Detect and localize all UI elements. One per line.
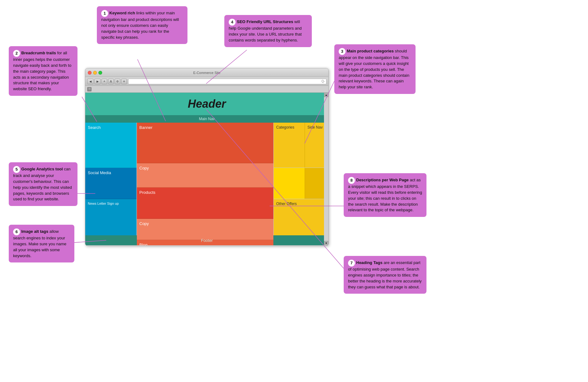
site-copy1[interactable]: Copy <box>137 163 273 188</box>
close-dot[interactable] <box>88 71 92 75</box>
site-copy1-text: Copy <box>139 166 149 170</box>
callout-5-bold: Google Analytics tool <box>21 167 63 171</box>
site-products-text: Products <box>139 190 155 195</box>
callout-2: 2Breadcrumb trails for all inner pages h… <box>9 46 77 96</box>
site-copy2[interactable]: Copy <box>137 219 273 240</box>
back-button[interactable]: ◀ <box>87 79 93 84</box>
site-banner-text: Banner <box>139 125 152 130</box>
site-other-offers-text: Other Offers <box>276 202 297 206</box>
browser-dots <box>88 71 102 75</box>
nav-buttons: ◀ ▶ A A ⚙ + <box>87 79 127 84</box>
site-right-top: Categories Side Nav <box>274 123 328 168</box>
site-search-text: Search <box>88 125 101 130</box>
site-footer-text: Footer <box>201 238 213 243</box>
maximize-dot[interactable] <box>98 71 102 75</box>
site-categories-text: Categories <box>276 125 294 130</box>
callout-4-bold: SEO Friendly URL Structures <box>237 19 293 24</box>
text-small-button[interactable]: A <box>102 79 107 84</box>
callout-8: 8Descriptions per Web Page act as a snip… <box>344 173 426 217</box>
callout-1-bold: Keyword rich <box>109 11 135 15</box>
scroll-up-button[interactable]: ▲ <box>324 93 328 97</box>
bookmark-bar: ☷ <box>85 86 328 93</box>
callout-3-text: should appear on the side navigation bar… <box>339 49 409 89</box>
site-body: Search Social Media News Letter Sign up … <box>85 123 328 235</box>
site-mainnav-text: Main Nav <box>199 117 215 121</box>
callout-2-text: for all inner pages helps the customer n… <box>13 51 71 91</box>
callout-6-bold: Image alt tags <box>21 229 48 234</box>
callout-3: 3Main product categories should appear o… <box>334 44 416 94</box>
browser-toolbar: ◀ ▶ A A ⚙ + Q- <box>85 77 328 86</box>
callout-3-number: 3 <box>339 48 346 55</box>
website-content: Header Main Nav Search Social Media News… <box>85 93 328 245</box>
callout-5: 5Google Analytics tool can track and ana… <box>9 162 77 206</box>
callout-7: 7Heading Tags are an essential part of o… <box>344 256 426 294</box>
site-blog-text: Blog <box>139 242 147 245</box>
browser-titlebar: E-Commerce Site <box>85 68 328 77</box>
callout-3-bold: Main product categories <box>347 49 394 53</box>
callout-6: 6Image alt tags allow search engines to … <box>9 225 74 262</box>
site-header: Header <box>85 93 328 115</box>
site-sidenav-text: Side Nav <box>307 125 323 130</box>
minimize-dot[interactable] <box>93 71 97 75</box>
callout-7-bold: Heading Tags <box>356 260 382 265</box>
callout-5-number: 5 <box>13 166 20 173</box>
callout-2-number: 2 <box>13 50 20 57</box>
add-tab-button[interactable]: + <box>121 79 127 84</box>
text-large-button[interactable]: A <box>108 79 114 84</box>
site-header-text: Header <box>188 97 226 110</box>
callout-1: 1Keyword rich links within your main nav… <box>97 6 187 44</box>
callout-6-number: 6 <box>13 228 20 235</box>
callout-7-number: 7 <box>348 260 355 267</box>
site-newsletter[interactable]: News Letter Sign up <box>85 199 137 235</box>
site-search[interactable]: Search <box>85 123 137 168</box>
scroll-down-button[interactable]: ▼ <box>324 241 328 245</box>
site-social[interactable]: Social Media <box>85 168 137 199</box>
site-center-col: Banner Copy Products Copy Blog <box>137 123 274 235</box>
bookmark-icon: ☷ <box>87 87 92 91</box>
settings-button[interactable]: ⚙ <box>115 79 120 84</box>
callout-8-text: act as a snippet which appears in the SE… <box>348 178 422 212</box>
site-right-col: Categories Side Nav Other Offers <box>274 123 328 235</box>
site-newsletter-text: News Letter Sign up <box>88 202 119 205</box>
site-right-mid <box>274 168 328 199</box>
callout-5-text: can track and analyse your customer's be… <box>13 167 72 201</box>
site-scrollbar[interactable]: ▲ ▼ <box>324 93 328 245</box>
yellow-top-left <box>274 168 305 199</box>
callout-2-bold: Breadcrumb trails <box>21 51 56 55</box>
browser-title: E-Commerce Site <box>193 71 221 75</box>
site-other-offers[interactable]: Other Offers <box>274 199 328 235</box>
site-left-col: Search Social Media News Letter Sign up <box>85 123 137 235</box>
forward-button[interactable]: ▶ <box>94 79 101 84</box>
site-products[interactable]: Products <box>137 188 273 219</box>
callout-8-bold: Descriptions per Web Page <box>356 178 409 182</box>
site-copy2-text: Copy <box>139 221 149 226</box>
address-bar[interactable]: Q- <box>128 79 326 84</box>
site-social-text: Social Media <box>88 170 111 175</box>
browser-window: E-Commerce Site ◀ ▶ A A ⚙ + Q- ☷ Header … <box>85 68 329 246</box>
address-bar-text: Q- <box>321 80 325 83</box>
callout-1-number: 1 <box>101 10 108 17</box>
callout-4: 4SEO Friendly URL Structures will help G… <box>224 15 312 47</box>
callout-8-number: 8 <box>348 177 355 184</box>
site-banner[interactable]: Banner <box>137 123 273 163</box>
callout-4-number: 4 <box>229 19 236 26</box>
site-mainnav[interactable]: Main Nav <box>85 115 328 123</box>
site-categories[interactable]: Categories <box>274 123 305 168</box>
